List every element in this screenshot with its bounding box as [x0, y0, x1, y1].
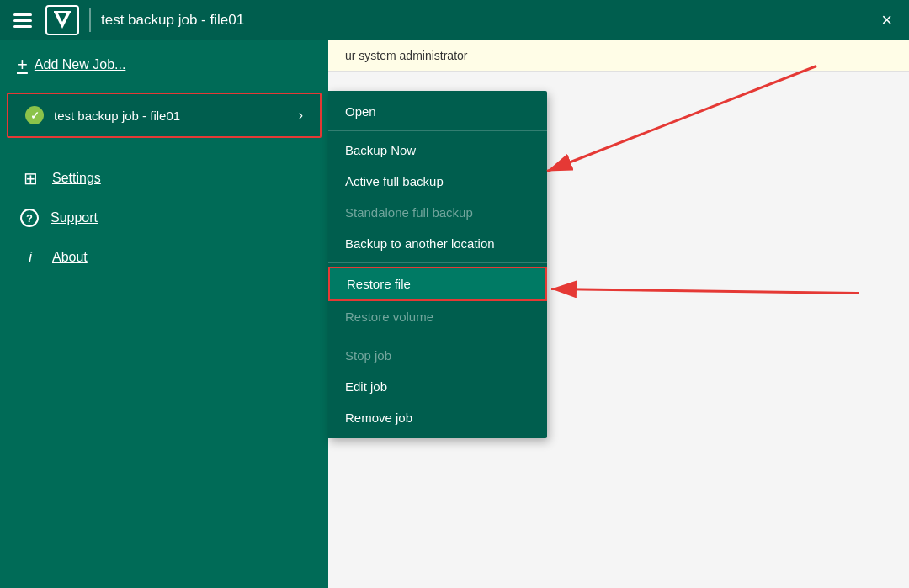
about-icon: i — [20, 247, 40, 268]
hamburger-menu[interactable] — [10, 10, 35, 31]
main-window: test backup job - file01 × + Add New Job… — [0, 0, 909, 588]
job-item[interactable]: test backup job - file01 › — [7, 93, 322, 138]
close-button[interactable]: × — [874, 8, 899, 33]
menu-item-standalone-full-backup: Standalone full backup — [328, 197, 547, 228]
menu-item-restore-file[interactable]: Restore file — [328, 267, 547, 301]
menu-item-open[interactable]: Open — [328, 96, 547, 127]
app-logo — [45, 5, 79, 35]
svg-line-4 — [547, 66, 816, 172]
context-menu: Open Backup Now Active full backup Stand… — [328, 91, 547, 438]
menu-item-active-full-backup[interactable]: Active full backup — [328, 166, 547, 197]
sidebar-item-support[interactable]: ? Support — [0, 199, 328, 237]
job-status-icon — [25, 106, 44, 124]
sidebar-item-settings[interactable]: ⊞ Settings — [0, 158, 328, 199]
menu-item-backup-now[interactable]: Backup Now — [328, 135, 547, 166]
about-label: About — [52, 250, 88, 265]
settings-label: Settings — [52, 171, 101, 186]
svg-marker-0 — [54, 12, 71, 29]
window-title: test backup job - file01 — [101, 12, 874, 29]
settings-icon: ⊞ — [20, 168, 40, 188]
sidebar-item-about[interactable]: i About — [0, 237, 328, 278]
menu-divider-2 — [328, 262, 547, 263]
menu-divider-1 — [328, 130, 547, 131]
title-divider — [89, 8, 91, 32]
notification-text: ur system administrator — [345, 49, 467, 62]
menu-item-remove-job[interactable]: Remove job — [328, 402, 547, 433]
logo-icon — [50, 8, 74, 32]
svg-line-5 — [551, 289, 858, 294]
plus-icon: + — [17, 54, 28, 76]
menu-item-restore-volume: Restore volume — [328, 301, 547, 332]
content-area: ur system administrator Open Backup Now … — [328, 40, 909, 588]
menu-divider-3 — [328, 336, 547, 336]
support-icon: ? — [20, 209, 39, 227]
add-new-job-button[interactable]: + Add New Job... — [0, 40, 328, 89]
add-new-job-label: Add New Job... — [35, 57, 126, 72]
support-label: Support — [50, 210, 98, 225]
sidebar: + Add New Job... test backup job - file0… — [0, 40, 328, 588]
job-expand-arrow: › — [299, 108, 303, 123]
svg-rect-1 — [54, 11, 71, 13]
title-bar: test backup job - file01 × — [0, 0, 909, 40]
notification-banner: ur system administrator — [328, 40, 909, 72]
nav-section: ⊞ Settings ? Support i About — [0, 158, 328, 278]
menu-item-backup-another-location[interactable]: Backup to another location — [328, 228, 547, 259]
menu-item-edit-job[interactable]: Edit job — [328, 371, 547, 402]
job-name: test backup job - file01 — [54, 109, 299, 123]
menu-item-stop-job: Stop job — [328, 340, 547, 371]
main-area: + Add New Job... test backup job - file0… — [0, 40, 909, 588]
